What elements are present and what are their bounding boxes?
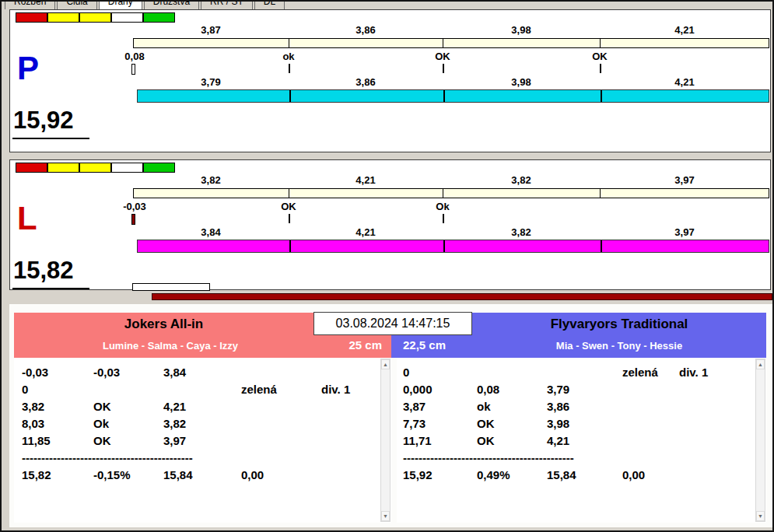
tab-dr-hy[interactable]: Dráhy — [99, 2, 142, 9]
result-cell — [321, 398, 379, 415]
result-cell — [241, 398, 321, 415]
split-time: 3,97 — [600, 226, 769, 238]
result-cell — [241, 364, 321, 381]
measure-bar-p — [133, 38, 769, 48]
result-cell — [622, 398, 679, 415]
result-cell: zelená — [622, 364, 679, 381]
result-cell — [93, 450, 163, 467]
result-cell: 7,73 — [403, 415, 477, 432]
result-cell — [679, 467, 754, 484]
result-row: 11,85OK3,97 — [14, 432, 379, 450]
result-cell: Ok — [93, 415, 163, 432]
start-light — [111, 12, 143, 23]
bar-divider — [443, 90, 445, 102]
split-time: 3,98 — [443, 76, 600, 88]
tab-dru-stva[interactable]: Družstva — [144, 2, 199, 9]
split-time: 3,87 — [133, 24, 289, 36]
result-cell — [321, 450, 379, 467]
split-time: 3,82 — [133, 174, 289, 186]
bar-divider — [289, 39, 289, 47]
gate-ticks-l — [10, 214, 770, 226]
scroll-down-icon[interactable]: ▼ — [381, 511, 390, 521]
tab-row: RozběhČidlaDráhyDružstvaRR / STDL — [5, 2, 487, 9]
tab-rozb-h[interactable]: Rozběh — [5, 2, 55, 9]
result-cell: -0,03 — [22, 364, 93, 381]
gate-mark: OK — [592, 51, 608, 62]
scrollbar-left[interactable]: ▲ ▼ — [380, 359, 391, 522]
scrollbar-right[interactable]: ▲ ▼ — [755, 359, 765, 522]
team-name-left: Jokers All-in — [14, 317, 313, 332]
gate-mark: Ok — [436, 201, 449, 212]
result-row: 0zelenádiv. 1 — [14, 381, 379, 398]
result-cell: 15,84 — [547, 467, 622, 484]
result-cell — [93, 381, 163, 398]
result-cell — [622, 432, 679, 450]
start-light — [79, 163, 111, 173]
result-cell — [241, 432, 321, 450]
result-cell: -0,15% — [93, 467, 163, 484]
result-cell — [622, 381, 679, 398]
result-cell: -0,03 — [93, 364, 163, 381]
result-cell: 11,71 — [403, 432, 477, 450]
result-cell: OK — [477, 432, 547, 450]
lane-letter-l: L — [17, 202, 37, 235]
result-row: 15,82-0,15%15,840,00 — [14, 467, 379, 484]
result-cell: 0,08 — [477, 381, 547, 398]
results-table-left: -0,03-0,033,840zelenádiv. 13,82OK4,218,0… — [14, 358, 391, 523]
gate-tick — [289, 64, 290, 73]
results-table-right: 0zelenádiv. 10,0000,083,793,87ok3,867,73… — [397, 358, 766, 523]
split-time: 4,21 — [289, 226, 443, 238]
gate-mark: ok — [282, 51, 294, 62]
split-time: 3,82 — [443, 174, 600, 186]
measure-bar-l — [133, 188, 769, 198]
run-bar-l — [137, 240, 769, 253]
tab-dl[interactable]: DL — [254, 2, 285, 9]
result-cell: 3,82 — [22, 398, 93, 415]
split-time: 3,84 — [133, 226, 289, 238]
result-cell: 0,49% — [477, 467, 547, 484]
result-row: 8,03Ok3,82 — [14, 415, 379, 432]
team-members-left: Lumine - Salma - Caya - Izzy — [14, 340, 327, 352]
result-cell — [321, 467, 379, 484]
scroll-up-icon[interactable]: ▲ — [381, 359, 390, 369]
team-name-right: Flyvaryors Traditional — [472, 317, 766, 332]
tab-rr-st[interactable]: RR / ST — [201, 2, 253, 9]
result-cell — [679, 398, 754, 415]
result-cell: 3,86 — [547, 398, 622, 415]
bar-divider — [443, 39, 443, 47]
result-row: 0zelenádiv. 1 — [397, 364, 754, 381]
start-light — [143, 12, 175, 23]
result-cell: 0 — [22, 381, 93, 398]
result-row: -0,03-0,033,84 — [14, 364, 379, 381]
start-light — [47, 163, 79, 173]
result-cell: 0,00 — [622, 467, 679, 484]
result-cell: div. 1 — [321, 381, 379, 398]
bar-divider — [443, 240, 445, 252]
start-light — [47, 12, 79, 23]
result-cell — [622, 450, 679, 467]
result-cell: 3,84 — [163, 364, 241, 381]
result-cell: zelená — [241, 381, 321, 398]
scroll-up-icon[interactable]: ▲ — [756, 359, 765, 369]
start-light — [143, 163, 175, 173]
result-row: 3,87ok3,86 — [397, 398, 754, 415]
result-cell: OK — [93, 398, 163, 415]
gate-tick — [600, 64, 601, 73]
split-times-bottom-p: 3,79 3,86 3,98 4,21 — [133, 76, 769, 88]
result-cell: ----------------------------------------… — [22, 450, 93, 467]
tab--idla[interactable]: Čidla — [57, 2, 96, 9]
result-cell — [241, 450, 321, 467]
gate-mark: OK — [435, 51, 450, 62]
result-cell: ----------------------------------------… — [403, 450, 477, 467]
result-cell — [321, 364, 379, 381]
bar-divider — [601, 240, 602, 252]
result-cell — [679, 381, 754, 398]
scroll-down-icon[interactable]: ▼ — [756, 511, 765, 521]
result-cell: 0,00 — [241, 467, 321, 484]
start-marker — [131, 214, 135, 225]
result-cell — [679, 450, 754, 467]
start-light — [16, 12, 47, 23]
result-cell — [622, 415, 679, 432]
gate-mark: -0,03 — [123, 201, 146, 212]
result-cell: 15,84 — [163, 467, 241, 484]
